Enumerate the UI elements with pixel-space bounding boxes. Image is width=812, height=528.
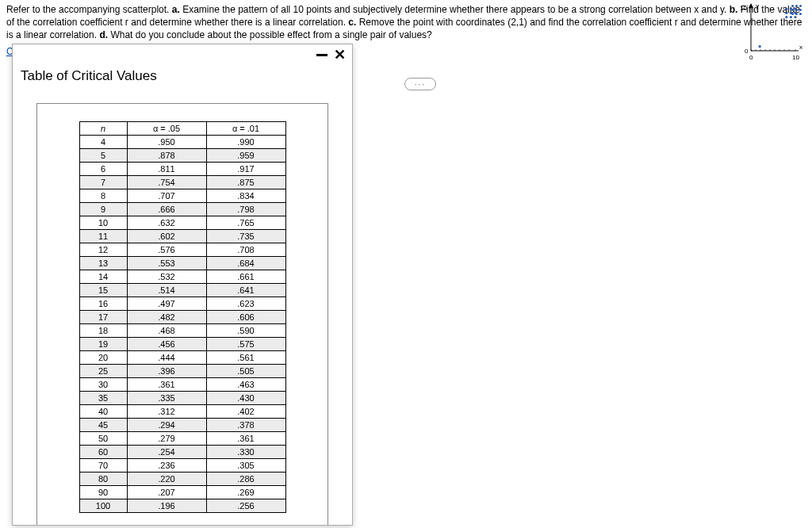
cell-a05: .444 bbox=[127, 351, 206, 365]
col-header-n: n bbox=[79, 122, 127, 136]
scatter-point bbox=[759, 45, 761, 48]
cell-a05: .576 bbox=[127, 243, 206, 257]
cell-n: 30 bbox=[79, 378, 127, 392]
y-tick-10: 10 bbox=[740, 5, 747, 12]
cell-a01: .505 bbox=[206, 365, 285, 378]
disclosure-toggle[interactable]: ··· bbox=[404, 78, 436, 90]
cell-a01: .735 bbox=[206, 230, 285, 243]
cell-a01: .402 bbox=[206, 405, 285, 419]
cell-a01: .330 bbox=[206, 446, 285, 459]
cell-a05: .707 bbox=[127, 189, 206, 203]
cell-n: 19 bbox=[79, 338, 127, 351]
critical-values-table: n α = .05 α = .01 4.950.9905.878.9596.81… bbox=[79, 121, 286, 513]
table-row: 35.335.430 bbox=[79, 392, 285, 405]
cell-a01: .798 bbox=[206, 203, 285, 216]
table-row: 4.950.990 bbox=[79, 136, 285, 149]
cell-n: 35 bbox=[79, 392, 127, 405]
cell-a05: .196 bbox=[127, 499, 206, 513]
table-row: 5.878.959 bbox=[79, 149, 285, 163]
cell-a05: .553 bbox=[127, 257, 206, 270]
table-row: 10.632.765 bbox=[79, 216, 285, 230]
table-row: 45.294.378 bbox=[79, 419, 285, 432]
col-header-a05: α = .05 bbox=[127, 122, 206, 136]
table-row: 80.220.286 bbox=[79, 473, 285, 486]
table-row: 7.754.875 bbox=[79, 176, 285, 189]
cell-a01: .256 bbox=[206, 499, 285, 513]
scatter-point bbox=[785, 12, 787, 14]
cell-n: 10 bbox=[79, 216, 127, 230]
cell-a01: .623 bbox=[206, 297, 285, 311]
scatter-point bbox=[790, 16, 792, 18]
cell-a01: .361 bbox=[206, 432, 285, 446]
table-row: 17.482.606 bbox=[79, 311, 285, 324]
cell-a01: .590 bbox=[206, 324, 285, 338]
table-row: 6.811.917 bbox=[79, 163, 285, 176]
table-row: 14.532.661 bbox=[79, 270, 285, 284]
cell-n: 12 bbox=[79, 243, 127, 257]
table-frame: n α = .05 α = .01 4.950.9905.878.9596.81… bbox=[36, 103, 328, 526]
cell-a01: .684 bbox=[206, 257, 285, 270]
table-row: 9.666.798 bbox=[79, 203, 285, 216]
cell-n: 13 bbox=[79, 257, 127, 270]
x-axis-label: x bbox=[799, 44, 802, 51]
y-tick-0: 0 bbox=[745, 48, 749, 55]
cell-a05: .754 bbox=[127, 176, 206, 189]
scatter-point bbox=[785, 7, 787, 10]
cell-n: 15 bbox=[79, 284, 127, 297]
cell-a05: .468 bbox=[127, 324, 206, 338]
cell-n: 100 bbox=[79, 499, 127, 513]
modal-title: Table of Critical Values bbox=[13, 63, 352, 87]
cell-a01: .430 bbox=[206, 392, 285, 405]
cell-n: 17 bbox=[79, 311, 127, 324]
cell-a05: .396 bbox=[127, 365, 206, 378]
cell-a05: .632 bbox=[127, 216, 206, 230]
cell-a01: .959 bbox=[206, 149, 285, 163]
cell-a05: .254 bbox=[127, 446, 206, 459]
cell-a01: .834 bbox=[206, 189, 285, 203]
cell-a05: .456 bbox=[127, 338, 206, 351]
cell-a01: .463 bbox=[206, 378, 285, 392]
cell-n: 9 bbox=[79, 203, 127, 216]
cell-n: 6 bbox=[79, 163, 127, 176]
cell-a01: .269 bbox=[206, 486, 285, 499]
table-row: 50.279.361 bbox=[79, 432, 285, 446]
cell-a01: .378 bbox=[206, 419, 285, 432]
part-c-label: c. bbox=[348, 17, 356, 28]
y-axis-label: y bbox=[756, 2, 759, 10]
table-row: 70.236.305 bbox=[79, 459, 285, 473]
col-header-a01: α = .01 bbox=[206, 122, 285, 136]
close-icon[interactable]: ✕ bbox=[334, 48, 346, 62]
cell-n: 90 bbox=[79, 486, 127, 499]
critical-values-modal: ✕ Table of Critical Values n α = .05 α =… bbox=[12, 44, 353, 526]
table-row: 11.602.735 bbox=[79, 230, 285, 243]
cell-n: 60 bbox=[79, 446, 127, 459]
cell-a05: .514 bbox=[127, 284, 206, 297]
cell-a05: .497 bbox=[127, 297, 206, 311]
table-row: 60.254.330 bbox=[79, 446, 285, 459]
cell-a05: .666 bbox=[127, 203, 206, 216]
table-row: 90.207.269 bbox=[79, 486, 285, 499]
table-row: 40.312.402 bbox=[79, 405, 285, 419]
table-row: 18.468.590 bbox=[79, 324, 285, 338]
cell-n: 80 bbox=[79, 473, 127, 486]
cell-n: 5 bbox=[79, 149, 127, 163]
scatterplot: y 10 0 0 10 x bbox=[737, 2, 804, 61]
cell-a01: .875 bbox=[206, 176, 285, 189]
cell-n: 20 bbox=[79, 351, 127, 365]
cell-a05: .602 bbox=[127, 230, 206, 243]
table-row: 100.196.256 bbox=[79, 499, 285, 513]
table-row: 8.707.834 bbox=[79, 189, 285, 203]
cell-a05: .361 bbox=[127, 378, 206, 392]
part-a-text: Examine the pattern of all 10 points and… bbox=[182, 4, 730, 15]
cell-a05: .532 bbox=[127, 270, 206, 284]
cell-n: 8 bbox=[79, 189, 127, 203]
grid-menu-icon[interactable] bbox=[791, 5, 802, 16]
table-row: 30.361.463 bbox=[79, 378, 285, 392]
scatter-point bbox=[785, 16, 787, 18]
cell-a01: .708 bbox=[206, 243, 285, 257]
cell-a01: .661 bbox=[206, 270, 285, 284]
cell-a05: .294 bbox=[127, 419, 206, 432]
minimize-icon[interactable] bbox=[316, 54, 327, 56]
cell-a01: .917 bbox=[206, 163, 285, 176]
x-tick-10: 10 bbox=[792, 54, 799, 61]
